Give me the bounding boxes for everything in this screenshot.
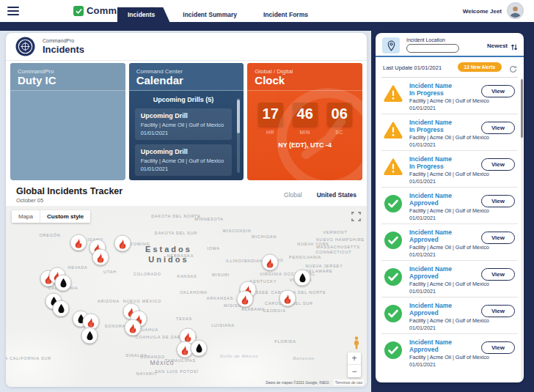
view-button[interactable]: View: [481, 122, 515, 134]
tracker-title: Global Incidents Tracker: [16, 186, 122, 196]
incident-location-input[interactable]: [406, 44, 459, 53]
map-place-label: Golfo de México: [220, 354, 258, 358]
incident-map-marker[interactable]: [294, 270, 311, 286]
incident-details: Facility | Acme Oil | Gulf of Mexico: [409, 134, 489, 141]
nav-tab[interactable]: Incidents: [117, 7, 169, 22]
nav-tab[interactable]: Incident Forms: [250, 7, 321, 22]
incident-name-status[interactable]: Incident Name In Progress: [409, 156, 452, 171]
incident-list-item[interactable]: Incident Name Approved Facility | Acme O…: [381, 188, 518, 224]
fire-icon: [74, 237, 84, 248]
view-button[interactable]: View: [481, 158, 515, 171]
incident-name-status[interactable]: Incident Name In Progress: [409, 83, 452, 97]
incident-map-marker[interactable]: [125, 319, 142, 336]
map-attribution-text: Datos de mapas ©2021 Google, INEGI: [266, 380, 329, 385]
sort-arrows-icon[interactable]: [511, 41, 518, 54]
fire-icon: [183, 331, 193, 341]
tracker-filter[interactable]: Global: [284, 191, 302, 199]
incident-map-marker[interactable]: [262, 254, 279, 271]
map-place-label: NUEVO HAMPSHIRE: [316, 237, 365, 242]
sidebar-scrollbar-thumb[interactable]: [521, 79, 523, 138]
oil-drop-icon: [56, 303, 65, 314]
street-view-pegman-icon[interactable]: [353, 336, 360, 352]
drill-title: Upcoming Drill: [141, 112, 227, 119]
incident-name-status[interactable]: Incident Name Approved: [409, 229, 452, 244]
view-button[interactable]: View: [481, 268, 515, 281]
drill-item[interactable]: Upcoming Drill Facility | Acme Oil | Gul…: [135, 108, 233, 140]
incident-name-status[interactable]: Incident Name Approved: [409, 193, 452, 207]
sort-newest-label[interactable]: Newest: [487, 42, 508, 49]
map-place-label: DAKOTA DEL NORTE: [151, 214, 200, 218]
drill-item[interactable]: Upcoming Drill Facility | Acme Oil | Gul…: [135, 144, 233, 176]
incident-list-item[interactable]: Incident Name In Progress Facility | Acm…: [381, 151, 518, 188]
fire-icon: [118, 238, 128, 248]
tracker-filter[interactable]: United States: [317, 191, 356, 199]
map-fullscreen-icon[interactable]: [351, 211, 361, 224]
zoom-in-button[interactable]: +: [348, 352, 361, 365]
fire-icon: [283, 293, 293, 303]
incidents-panel: CommandPro Incidents CommandPro Duty IC …: [6, 33, 367, 387]
incident-map-marker[interactable]: [237, 291, 254, 308]
view-button[interactable]: View: [481, 195, 515, 207]
map-place-label: México: [150, 359, 175, 366]
hamburger-menu-icon[interactable]: [7, 7, 19, 15]
panel-title: Incidents: [43, 44, 84, 55]
oil-drop-icon: [59, 278, 67, 288]
incident-map-marker[interactable]: [191, 340, 208, 357]
incident-list[interactable]: Incident Name In Progress Facility | Acm…: [376, 78, 524, 382]
incident-list-item[interactable]: Incident Name In Progress Facility | Acm…: [381, 114, 518, 151]
incident-name-status[interactable]: Incident Name In Progress: [409, 119, 452, 134]
calendar-scrollbar[interactable]: [237, 98, 240, 173]
calendar-scrollbar-thumb[interactable]: [237, 100, 240, 133]
refresh-icon[interactable]: [509, 63, 517, 76]
incident-map-marker[interactable]: [279, 290, 296, 307]
view-button[interactable]: View: [481, 232, 515, 244]
incident-map-marker[interactable]: [53, 300, 70, 317]
incident-name-status[interactable]: Incident Name Approved: [409, 339, 452, 354]
incident-list-item[interactable]: Incident Name Approved Facility | Acme O…: [381, 261, 518, 297]
clock-timezone: NY (EDT), UTC -4: [278, 141, 332, 149]
incident-map-marker[interactable]: [55, 275, 72, 292]
clock-digit-group: 17 HR: [258, 103, 283, 135]
duty-ic-card[interactable]: CommandPro Duty IC: [10, 63, 125, 180]
incident-date: 01/01/2021: [409, 361, 436, 368]
incident-map-marker[interactable]: [114, 235, 131, 252]
map-place-label: KANSAS: [177, 274, 197, 278]
incident-list-item[interactable]: Incident Name Approved Facility | Acme O…: [381, 334, 518, 371]
nav-tab[interactable]: Incident Summary: [169, 7, 250, 22]
incident-date: 01/01/2021: [409, 325, 436, 331]
location-pin-icon: [382, 37, 400, 53]
map-place-label: CONNECTICUT: [316, 250, 352, 254]
incident-map-marker[interactable]: [70, 234, 87, 251]
fire-icon: [87, 317, 96, 327]
new-alerts-badge[interactable]: 13 New Alerts: [458, 62, 502, 72]
map-style-tab[interactable]: Custom style: [40, 210, 90, 223]
map-style-tab[interactable]: Mapa: [12, 210, 40, 223]
clock-digit-label: HR: [258, 130, 283, 135]
calendar-card[interactable]: Command Center Calendar Upcoming Drills …: [129, 63, 244, 180]
incident-name-status[interactable]: Incident Name Approved: [409, 266, 452, 281]
zoom-out-button[interactable]: −: [348, 365, 361, 377]
global-incidents-tracker-bar: Global Incidents Tracker October 05 Glob…: [6, 182, 367, 206]
map-place-label: SAN LUIS POTOSÍ: [155, 369, 198, 374]
view-button[interactable]: View: [481, 305, 515, 317]
incident-date: 01/01/2021: [409, 288, 436, 295]
user-avatar[interactable]: [507, 2, 524, 19]
clock-card[interactable]: Global / Digital Clock 17 HR 46 MIN: [247, 63, 362, 180]
drill-list: Upcoming Drill Facility | Acme Oil | Gul…: [135, 108, 233, 176]
incident-name-status[interactable]: Incident Name Approved: [409, 303, 452, 317]
incident-map-marker[interactable]: [92, 249, 109, 266]
map-place-label: SINALOA: [125, 353, 147, 358]
incident-list-item[interactable]: Incident Name Approved Facility | Acme O…: [381, 297, 518, 334]
incident-list-item[interactable]: Incident Name Approved Facility | Acme O…: [381, 224, 518, 261]
view-button[interactable]: View: [481, 341, 515, 354]
view-button[interactable]: View: [481, 85, 515, 97]
drill-details: Facility | Acme Oil | Gulf of Mexico: [141, 158, 227, 164]
clock-card-title: Clock: [255, 75, 355, 86]
sidebar-header: Incident Location Newest: [376, 33, 524, 56]
logo-check-icon: [73, 6, 84, 16]
warning-triangle-icon: [384, 121, 403, 141]
incident-list-item[interactable]: Incident Name In Progress Facility | Acm…: [381, 78, 518, 114]
map-terms-link[interactable]: Términos de uso: [334, 380, 364, 385]
incidents-map[interactable]: Estados Unidos OREGÓN IDAHO WYOMING DAKO…: [6, 206, 367, 387]
incident-map-marker[interactable]: [81, 328, 98, 344]
